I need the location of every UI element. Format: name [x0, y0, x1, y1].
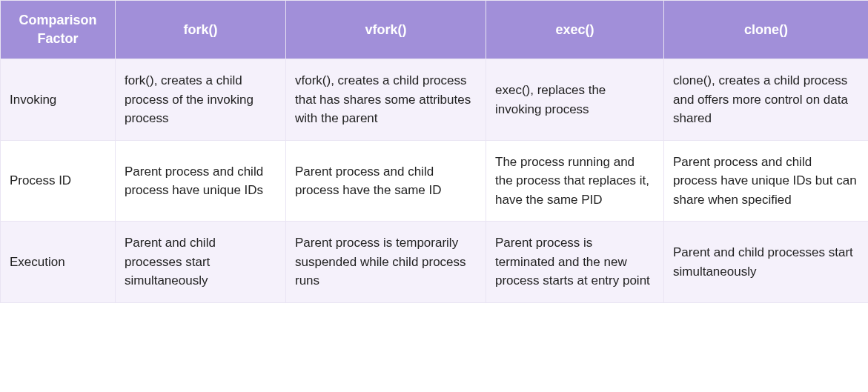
header-comparison-factor: Comparison Factor — [1, 1, 116, 59]
comparison-table: Comparison Factor fork() vfork() exec() … — [0, 0, 868, 303]
table-row: Invoking fork(), creates a child process… — [1, 59, 869, 141]
row-label: Invoking — [1, 59, 116, 141]
cell: Parent process is temporarily suspended … — [286, 222, 486, 303]
row-label: Execution — [1, 222, 116, 303]
cell: vfork(), creates a child process that ha… — [286, 59, 486, 141]
header-fork: fork() — [116, 1, 286, 59]
cell: Parent and child processes start simulta… — [116, 222, 286, 303]
header-vfork: vfork() — [286, 1, 486, 59]
header-clone: clone() — [664, 1, 869, 59]
cell: Parent and child processes start simulta… — [664, 222, 869, 303]
table-header-row: Comparison Factor fork() vfork() exec() … — [1, 1, 869, 59]
cell: clone(), creates a child process and off… — [664, 59, 869, 141]
cell: Parent process and child process have un… — [116, 140, 286, 222]
cell: Parent process is terminated and the new… — [486, 222, 664, 303]
cell: fork(), creates a child process of the i… — [116, 59, 286, 141]
row-label: Process ID — [1, 140, 116, 222]
cell: Parent process and child process have un… — [664, 140, 869, 222]
cell: exec(), replaces the invoking process — [486, 59, 664, 141]
table-row: Execution Parent and child processes sta… — [1, 222, 869, 303]
cell: The process running and the process that… — [486, 140, 664, 222]
cell: Parent process and child process have th… — [286, 140, 486, 222]
header-exec: exec() — [486, 1, 664, 59]
table-row: Process ID Parent process and child proc… — [1, 140, 869, 222]
